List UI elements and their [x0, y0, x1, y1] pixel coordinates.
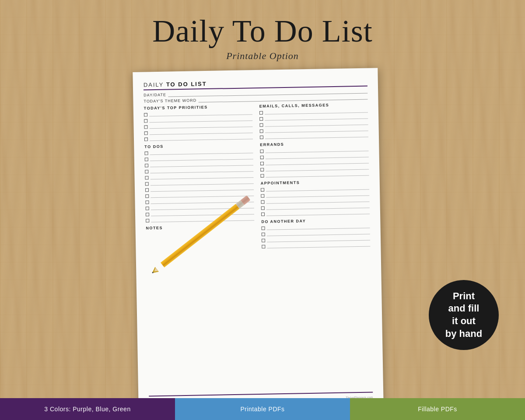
- todo-checkbox-4: [145, 170, 148, 173]
- priority-row-4: [144, 129, 253, 135]
- bottom-bar: 3 Colors: Purple, Blue, Green Printable …: [0, 398, 525, 420]
- priority-row-5: [144, 135, 253, 141]
- bottom-label-blue: Printable PDFs: [240, 406, 284, 413]
- todo-row-5: [145, 174, 253, 179]
- todo-checkbox-9: [145, 200, 149, 204]
- theme-word-line: [198, 95, 368, 103]
- email-row-3: [259, 121, 368, 127]
- bottom-segment-blue: Printable PDFs: [175, 398, 350, 420]
- main-title: Daily To Do List: [0, 0, 525, 49]
- errand-checkbox-5: [260, 174, 264, 177]
- bottom-segment-green: Fillable PDFs: [350, 398, 525, 420]
- email-checkbox-2: [259, 117, 263, 120]
- dad-checkbox-4: [262, 245, 265, 248]
- purple-divider-bottom: [149, 392, 373, 396]
- do-another-day-title: DO ANOTHER DAY: [261, 218, 370, 224]
- theme-word-label: TODAY'S THEME WORD: [144, 98, 196, 103]
- subtitle: Printable Option: [0, 50, 525, 62]
- priority-checkbox-5: [144, 137, 148, 141]
- priority-checkbox-1: [144, 113, 147, 116]
- dad-checkbox-3: [262, 238, 265, 242]
- errand-row-1: [260, 147, 368, 153]
- todo-checkbox-3: [145, 164, 148, 167]
- right-column: EMAILS, CALLS, MESSAGES ERRANDS APPOINTM…: [259, 102, 371, 251]
- todo-row-6: [145, 180, 254, 186]
- todo-checkbox-2: [145, 158, 148, 161]
- errand-row-2: [260, 154, 369, 159]
- badge-text: Print and fill it out by hand: [445, 290, 482, 340]
- appt-row-2: [261, 192, 369, 198]
- errand-row-4: [260, 166, 369, 172]
- appt-checkbox-1: [261, 188, 264, 191]
- email-row-2: [259, 115, 368, 121]
- appt-row-3: [261, 198, 369, 204]
- todo-row-4: [145, 168, 253, 173]
- todo-checkbox-8: [145, 194, 149, 198]
- bottom-label-purple: 3 Colors: Purple, Blue, Green: [44, 406, 130, 413]
- email-row-4: [260, 127, 368, 133]
- priority-row-1: [144, 111, 252, 116]
- bottom-segment-purple: 3 Colors: Purple, Blue, Green: [0, 398, 175, 420]
- bottom-label-green: Fillable PDFs: [418, 406, 457, 413]
- day-date-label: DAY/DATE: [144, 93, 166, 98]
- todo-row-7: [145, 186, 254, 192]
- priority-row-2: [144, 117, 252, 122]
- email-checkbox-4: [260, 129, 263, 133]
- badge-circle: Print and fill it out by hand: [429, 280, 499, 350]
- errands-title: ERRANDS: [260, 141, 368, 147]
- priority-row-3: [144, 123, 252, 129]
- emails-title: EMAILS, CALLS, MESSAGES: [259, 102, 368, 108]
- paper-document: DAILY TO DO LIST DAY/DATE TODAY'S THEME …: [133, 68, 383, 409]
- todo-checkbox-5: [145, 176, 148, 179]
- todo-checkbox-6: [145, 182, 149, 186]
- priority-checkbox-4: [144, 131, 148, 135]
- dad-row-4: [262, 243, 370, 248]
- todo-checkbox-12: [146, 219, 149, 222]
- appt-row-4: [261, 204, 370, 210]
- todo-row-1: [144, 149, 253, 155]
- appt-checkbox-2: [261, 194, 264, 197]
- todo-checkbox-7: [145, 188, 149, 192]
- email-row-5: [260, 133, 368, 139]
- badge-line1: Print: [453, 290, 475, 301]
- paper-title-bold: TO DO LIST: [166, 80, 207, 88]
- priority-checkbox-3: [144, 125, 147, 129]
- badge-line4: by hand: [445, 328, 482, 339]
- errand-checkbox-2: [260, 155, 264, 159]
- appointments-title: APPOINTMENTS: [261, 179, 369, 186]
- email-row-1: [259, 109, 368, 115]
- priorities-title: TODAY'S TOP PRIORITIES: [144, 104, 252, 110]
- dad-row-2: [262, 231, 370, 236]
- two-column-layout: TODAY'S TOP PRIORITIES TO DOS NOTES: [144, 102, 371, 253]
- appt-row-5: [261, 210, 370, 216]
- email-checkbox-5: [260, 135, 263, 139]
- errand-row-3: [260, 160, 369, 165]
- errand-checkbox-4: [260, 168, 264, 171]
- todo-checkbox-1: [144, 151, 148, 155]
- dad-checkbox-2: [262, 232, 265, 236]
- errand-checkbox-3: [260, 161, 264, 165]
- dad-checkbox-1: [262, 226, 265, 230]
- todo-row-2: [145, 155, 253, 161]
- errand-row-5: [260, 172, 369, 178]
- todo-checkbox-10: [146, 206, 149, 210]
- todo-row-8: [145, 192, 254, 198]
- todo-row-3: [145, 161, 253, 167]
- todos-title: TO DOS: [144, 143, 253, 149]
- todo-checkbox-11: [146, 213, 149, 216]
- badge-line2: and fill: [448, 303, 480, 314]
- paper-title-normal: DAILY: [144, 81, 166, 88]
- errand-checkbox-1: [260, 149, 263, 153]
- email-checkbox-3: [259, 123, 263, 126]
- dad-row-3: [262, 237, 370, 242]
- email-checkbox-1: [259, 111, 263, 114]
- priority-checkbox-2: [144, 119, 147, 122]
- appt-row-1: [261, 186, 369, 192]
- dad-row-1: [262, 224, 370, 230]
- badge-line3: it out: [452, 315, 476, 326]
